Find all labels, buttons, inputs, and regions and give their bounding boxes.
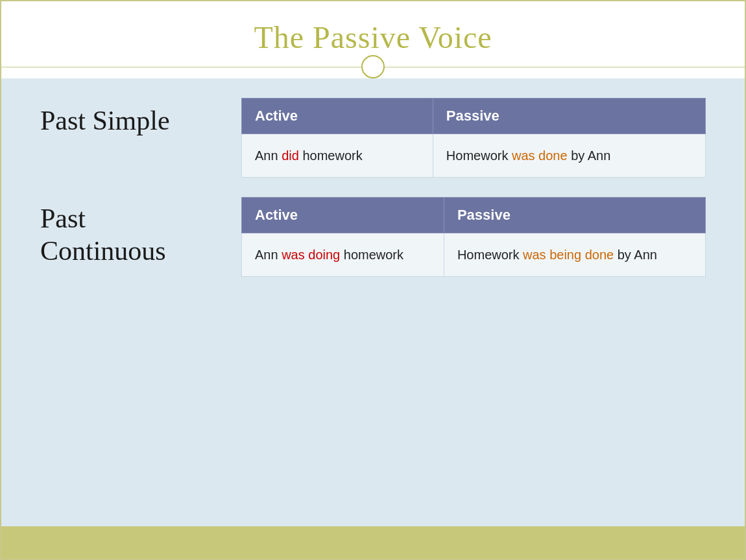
table-header-row: Active Passive: [242, 99, 706, 134]
header: The Passive Voice: [1, 1, 745, 78]
active-cell: Ann did homework: [242, 134, 433, 178]
section-past-continuous: PastContinuous Active Passive Ann was do…: [40, 197, 706, 277]
highlight-was-done: was done: [512, 148, 568, 163]
past-continuous-label: PastContinuous: [40, 197, 222, 268]
passive-header: Passive: [433, 99, 705, 134]
table-row: Ann did homework Homework was done by An…: [242, 134, 706, 178]
past-simple-label: Past Simple: [40, 98, 222, 137]
passive-header: Passive: [444, 198, 705, 233]
footer: [1, 526, 745, 559]
table-header-row: Active Passive: [242, 198, 706, 233]
active-header: Active: [242, 198, 444, 233]
active-header: Active: [242, 99, 433, 134]
passive-cell: Homework was being done by Ann: [444, 233, 705, 277]
section-past-simple: Past Simple Active Passive Ann did homew…: [40, 98, 706, 178]
highlight-did: did: [282, 148, 299, 163]
circle-ornament: [361, 55, 385, 78]
highlight-was-doing: was doing: [282, 248, 340, 262]
slide: The Passive Voice Past Simple Active Pas…: [0, 0, 746, 560]
table-row: Ann was doing homework Homework was bein…: [242, 233, 706, 277]
divider-wrapper: [1, 67, 745, 78]
past-continuous-table: Active Passive Ann was doing homework Ho…: [241, 197, 706, 277]
highlight-was-being-done: was being done: [523, 248, 614, 262]
past-simple-table: Active Passive Ann did homework Homework…: [241, 98, 706, 178]
passive-cell: Homework was done by Ann: [433, 134, 705, 178]
main-content: Past Simple Active Passive Ann did homew…: [1, 78, 745, 526]
active-cell: Ann was doing homework: [242, 233, 444, 277]
